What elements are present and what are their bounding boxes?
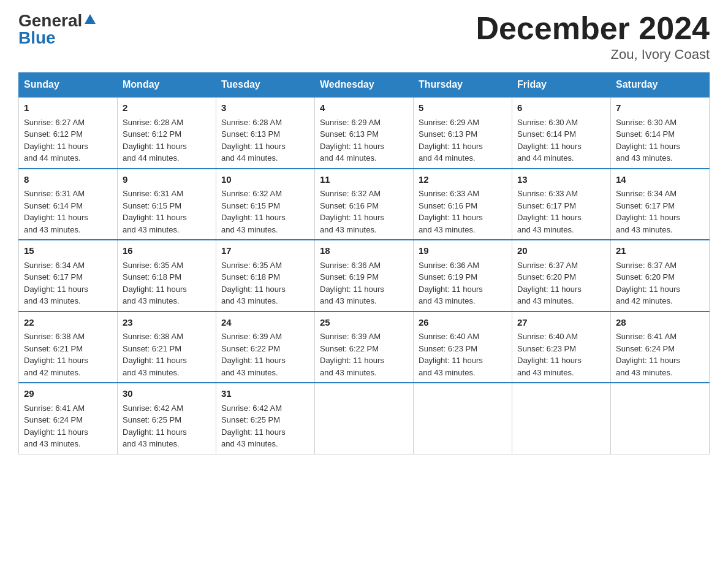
month-year-title: December 2024 xyxy=(476,12,710,44)
week-row-2: 8 Sunrise: 6:31 AMSunset: 6:14 PMDayligh… xyxy=(19,169,710,240)
day-info: Sunrise: 6:41 AMSunset: 6:24 PMDaylight:… xyxy=(24,404,88,449)
day-number: 23 xyxy=(123,316,211,330)
day-info: Sunrise: 6:40 AMSunset: 6:23 PMDaylight:… xyxy=(419,332,483,377)
day-info: Sunrise: 6:38 AMSunset: 6:21 PMDaylight:… xyxy=(24,332,88,377)
calendar-cell: 15 Sunrise: 6:34 AMSunset: 6:17 PMDaylig… xyxy=(19,240,118,312)
calendar-table: SundayMondayTuesdayWednesdayThursdayFrid… xyxy=(18,72,710,454)
calendar-cell: 3 Sunrise: 6:28 AMSunset: 6:13 PMDayligh… xyxy=(216,97,315,169)
day-number: 30 xyxy=(123,387,211,401)
day-info: Sunrise: 6:29 AMSunset: 6:13 PMDaylight:… xyxy=(320,118,384,163)
calendar-cell: 19 Sunrise: 6:36 AMSunset: 6:19 PMDaylig… xyxy=(414,240,512,312)
day-info: Sunrise: 6:28 AMSunset: 6:12 PMDaylight:… xyxy=(123,118,187,163)
calendar-cell: 23 Sunrise: 6:38 AMSunset: 6:21 PMDaylig… xyxy=(118,312,216,383)
day-number: 19 xyxy=(419,244,507,258)
day-number: 9 xyxy=(123,173,211,187)
calendar-cell xyxy=(611,383,710,454)
day-number: 2 xyxy=(123,101,211,115)
day-info: Sunrise: 6:41 AMSunset: 6:24 PMDaylight:… xyxy=(616,332,680,377)
header-wednesday: Wednesday xyxy=(315,73,414,98)
day-number: 10 xyxy=(221,173,309,187)
day-number: 27 xyxy=(517,316,605,330)
svg-marker-0 xyxy=(85,14,96,24)
header-saturday: Saturday xyxy=(611,73,710,98)
day-number: 21 xyxy=(616,244,704,258)
calendar-cell: 11 Sunrise: 6:32 AMSunset: 6:16 PMDaylig… xyxy=(315,169,414,240)
day-info: Sunrise: 6:39 AMSunset: 6:22 PMDaylight:… xyxy=(221,332,286,377)
calendar-cell: 29 Sunrise: 6:41 AMSunset: 6:24 PMDaylig… xyxy=(19,383,118,454)
day-number: 3 xyxy=(221,101,309,115)
day-info: Sunrise: 6:35 AMSunset: 6:18 PMDaylight:… xyxy=(221,261,286,306)
calendar-cell: 4 Sunrise: 6:29 AMSunset: 6:13 PMDayligh… xyxy=(315,97,414,169)
day-number: 18 xyxy=(320,244,408,258)
day-info: Sunrise: 6:33 AMSunset: 6:16 PMDaylight:… xyxy=(419,189,483,234)
day-number: 26 xyxy=(419,316,507,330)
calendar-cell: 20 Sunrise: 6:37 AMSunset: 6:20 PMDaylig… xyxy=(512,240,611,312)
day-info: Sunrise: 6:30 AMSunset: 6:14 PMDaylight:… xyxy=(616,118,680,163)
day-info: Sunrise: 6:30 AMSunset: 6:14 PMDaylight:… xyxy=(517,118,582,163)
calendar-cell xyxy=(315,383,414,454)
day-info: Sunrise: 6:42 AMSunset: 6:25 PMDaylight:… xyxy=(221,404,286,449)
calendar-cell: 10 Sunrise: 6:32 AMSunset: 6:15 PMDaylig… xyxy=(216,169,315,240)
calendar-cell: 17 Sunrise: 6:35 AMSunset: 6:18 PMDaylig… xyxy=(216,240,315,312)
calendar-cell: 6 Sunrise: 6:30 AMSunset: 6:14 PMDayligh… xyxy=(512,97,611,169)
title-section: December 2024 Zou, Ivory Coast xyxy=(476,12,710,63)
week-row-1: 1 Sunrise: 6:27 AMSunset: 6:12 PMDayligh… xyxy=(19,97,710,169)
week-row-4: 22 Sunrise: 6:38 AMSunset: 6:21 PMDaylig… xyxy=(19,312,710,383)
day-info: Sunrise: 6:40 AMSunset: 6:23 PMDaylight:… xyxy=(517,332,582,377)
day-number: 8 xyxy=(24,173,112,187)
calendar-cell: 26 Sunrise: 6:40 AMSunset: 6:23 PMDaylig… xyxy=(414,312,512,383)
day-info: Sunrise: 6:31 AMSunset: 6:14 PMDaylight:… xyxy=(24,189,88,234)
day-info: Sunrise: 6:36 AMSunset: 6:19 PMDaylight:… xyxy=(320,261,384,306)
day-info: Sunrise: 6:34 AMSunset: 6:17 PMDaylight:… xyxy=(24,261,88,306)
day-number: 31 xyxy=(221,387,309,401)
day-number: 28 xyxy=(616,316,704,330)
calendar-cell: 13 Sunrise: 6:33 AMSunset: 6:17 PMDaylig… xyxy=(512,169,611,240)
calendar-cell: 21 Sunrise: 6:37 AMSunset: 6:20 PMDaylig… xyxy=(611,240,710,312)
week-row-5: 29 Sunrise: 6:41 AMSunset: 6:24 PMDaylig… xyxy=(19,383,710,454)
day-number: 20 xyxy=(517,244,605,258)
header-sunday: Sunday xyxy=(19,73,118,98)
calendar-header: SundayMondayTuesdayWednesdayThursdayFrid… xyxy=(19,73,710,98)
calendar-cell: 8 Sunrise: 6:31 AMSunset: 6:14 PMDayligh… xyxy=(19,169,118,240)
calendar-cell: 18 Sunrise: 6:36 AMSunset: 6:19 PMDaylig… xyxy=(315,240,414,312)
day-number: 12 xyxy=(419,173,507,187)
day-info: Sunrise: 6:38 AMSunset: 6:21 PMDaylight:… xyxy=(123,332,187,377)
calendar-cell xyxy=(512,383,611,454)
calendar-cell: 28 Sunrise: 6:41 AMSunset: 6:24 PMDaylig… xyxy=(611,312,710,383)
day-info: Sunrise: 6:42 AMSunset: 6:25 PMDaylight:… xyxy=(123,404,187,449)
day-info: Sunrise: 6:28 AMSunset: 6:13 PMDaylight:… xyxy=(221,118,286,163)
logo-general-text: General xyxy=(18,12,82,29)
calendar-cell xyxy=(414,383,512,454)
header-row: SundayMondayTuesdayWednesdayThursdayFrid… xyxy=(19,73,710,98)
day-number: 25 xyxy=(320,316,408,330)
day-info: Sunrise: 6:35 AMSunset: 6:18 PMDaylight:… xyxy=(123,261,187,306)
day-number: 7 xyxy=(616,101,704,115)
logo-triangle-icon xyxy=(83,13,97,26)
logo-blue-text: Blue xyxy=(18,28,56,47)
location-text: Zou, Ivory Coast xyxy=(476,47,710,63)
page-header: General Blue December 2024 Zou, Ivory Co… xyxy=(18,12,710,63)
calendar-cell: 7 Sunrise: 6:30 AMSunset: 6:14 PMDayligh… xyxy=(611,97,710,169)
day-number: 29 xyxy=(24,387,112,401)
calendar-cell: 9 Sunrise: 6:31 AMSunset: 6:15 PMDayligh… xyxy=(118,169,216,240)
day-number: 11 xyxy=(320,173,408,187)
day-number: 1 xyxy=(24,101,112,115)
calendar-cell: 16 Sunrise: 6:35 AMSunset: 6:18 PMDaylig… xyxy=(118,240,216,312)
header-friday: Friday xyxy=(512,73,611,98)
day-info: Sunrise: 6:32 AMSunset: 6:16 PMDaylight:… xyxy=(320,189,384,234)
day-info: Sunrise: 6:32 AMSunset: 6:15 PMDaylight:… xyxy=(221,189,286,234)
day-number: 22 xyxy=(24,316,112,330)
day-info: Sunrise: 6:31 AMSunset: 6:15 PMDaylight:… xyxy=(123,189,187,234)
day-info: Sunrise: 6:27 AMSunset: 6:12 PMDaylight:… xyxy=(24,118,88,163)
day-info: Sunrise: 6:29 AMSunset: 6:13 PMDaylight:… xyxy=(419,118,483,163)
day-info: Sunrise: 6:37 AMSunset: 6:20 PMDaylight:… xyxy=(616,261,680,306)
day-number: 16 xyxy=(123,244,211,258)
day-info: Sunrise: 6:36 AMSunset: 6:19 PMDaylight:… xyxy=(419,261,483,306)
day-info: Sunrise: 6:34 AMSunset: 6:17 PMDaylight:… xyxy=(616,189,680,234)
week-row-3: 15 Sunrise: 6:34 AMSunset: 6:17 PMDaylig… xyxy=(19,240,710,312)
calendar-cell: 12 Sunrise: 6:33 AMSunset: 6:16 PMDaylig… xyxy=(414,169,512,240)
day-number: 24 xyxy=(221,316,309,330)
calendar-cell: 14 Sunrise: 6:34 AMSunset: 6:17 PMDaylig… xyxy=(611,169,710,240)
header-thursday: Thursday xyxy=(414,73,512,98)
calendar-cell: 22 Sunrise: 6:38 AMSunset: 6:21 PMDaylig… xyxy=(19,312,118,383)
